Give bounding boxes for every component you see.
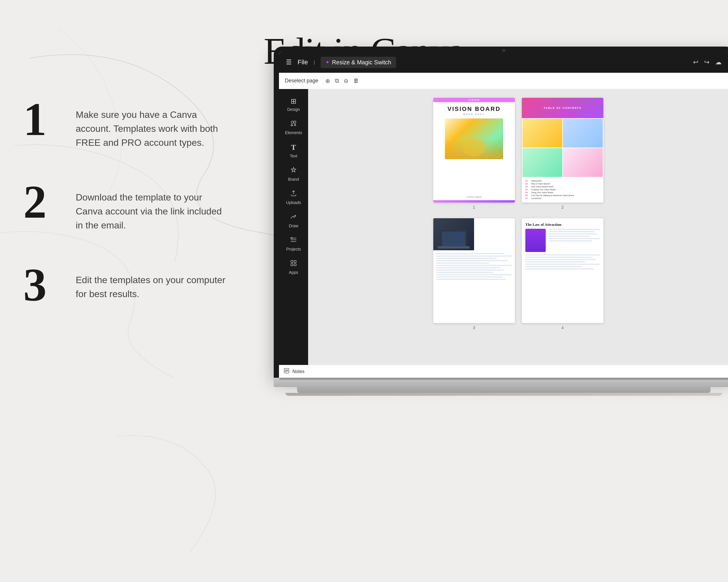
page3-line-10 [436, 274, 512, 275]
sidebar-item-projects[interactable]: Projects [280, 233, 307, 255]
toc-text-7: Conclusion [531, 197, 541, 199]
page3-screen [442, 232, 465, 246]
file-button[interactable]: File [297, 58, 308, 66]
delete-page-icon[interactable]: 🗑 [353, 77, 359, 84]
sidebar-item-apps[interactable]: Apps [280, 256, 307, 278]
page4-line-6 [549, 240, 592, 242]
photo-2 [563, 119, 603, 147]
laptop-foot [285, 393, 722, 396]
sidebar-item-elements-label: Elements [285, 130, 302, 135]
page1-tag: VISION [433, 98, 515, 102]
svg-rect-6 [291, 264, 293, 266]
sidebar-item-apps-label: Apps [289, 270, 298, 275]
deselect-page-button[interactable]: Deselect page [285, 78, 318, 84]
canvas-page-1[interactable]: VISION VISION BOARD MADE EASY [433, 98, 515, 202]
resize-magic-switch-button[interactable]: ✦ Resize & Magic Switch [321, 57, 396, 68]
page3-number: 3 [433, 325, 515, 330]
page4-line-1 [549, 229, 600, 230]
svg-rect-7 [294, 264, 296, 266]
sidebar-item-elements[interactable]: Elements [280, 116, 307, 139]
sidebar-item-brand[interactable]: Brand [280, 163, 307, 185]
toc-item-3: 03 How Vision Boards Work [525, 186, 600, 188]
page1-bottom-bar [433, 200, 515, 202]
steps-container: 1 Make sure you have a Canva account. Te… [23, 96, 227, 337]
page4-person-image [525, 229, 546, 252]
canva-toolbar: ☰ File | ✦ Resize & Magic Switch ↩ ↪ ☁ [279, 52, 728, 73]
page3-image-block [433, 218, 474, 250]
page1-number: 1 [433, 205, 515, 210]
toc-item-5: 05 Using Your Vision Board [525, 192, 600, 194]
toc-text-3: How Vision Boards Work [531, 186, 553, 188]
uploads-icon [290, 190, 297, 198]
page2-photo-grid [522, 118, 603, 177]
page3-line-8 [436, 270, 504, 271]
toc-item-6: 06 Cool Tips for Making an Awesome Visio… [525, 194, 600, 196]
step-1-text: Make sure you have a Canva account. Temp… [70, 96, 227, 149]
notes-icon [284, 368, 289, 375]
toc-text-1: Introduction [531, 180, 542, 182]
toc-text-4: Creating Your Vision Board [531, 189, 555, 191]
svg-rect-2 [294, 121, 296, 123]
canva-notes-bar[interactable]: Notes [279, 365, 728, 378]
svg-rect-5 [294, 260, 296, 262]
sidebar-item-text[interactable]: T Text [280, 140, 307, 162]
elements-icon [290, 120, 297, 129]
cloud-button[interactable]: ☁ [715, 58, 722, 66]
photo-4 [563, 148, 603, 177]
page2-header-text: TABLE OF CONTENTS [544, 107, 581, 109]
laptop-container: ☰ File | ✦ Resize & Magic Switch ↩ ↪ ☁ [274, 47, 728, 396]
laptop-base [274, 378, 728, 387]
hide-page-icon[interactable]: ⊖ [344, 77, 348, 84]
page4-line-12 [525, 266, 581, 267]
page4-line-3 [549, 233, 597, 234]
sidebar-item-text-label: Text [290, 154, 297, 158]
sidebar-item-draw[interactable]: Draw [280, 210, 307, 232]
copy-page-icon[interactable]: ⧉ [335, 77, 339, 84]
page2-number: 2 [522, 205, 603, 210]
brand-icon [290, 166, 297, 175]
canvas-page-wrapper-2: TABLE OF CONTENTS [522, 98, 603, 210]
canvas-page-3[interactable] [433, 218, 515, 323]
canva-subtoolbar: Deselect page ⊕ ⧉ ⊖ 🗑 [279, 73, 728, 89]
page3-line-4 [436, 260, 508, 261]
undo-button[interactable]: ↩ [693, 58, 698, 66]
page3-line-2 [436, 255, 512, 257]
sidebar-item-uploads-label: Uploads [286, 200, 301, 205]
page1-food-shape [462, 139, 486, 156]
sidebar-item-design[interactable]: ⊞ Design [280, 94, 307, 115]
canvas-page-4[interactable]: The Law of Attraction [522, 218, 603, 323]
redo-button[interactable]: ↪ [704, 58, 709, 66]
draw-icon [290, 213, 297, 222]
add-page-icon[interactable]: ⊕ [325, 77, 330, 84]
toc-text-2: Why a Vision Board? [531, 183, 550, 185]
toc-item-4: 04 Creating Your Vision Board [525, 189, 600, 191]
page3-line-6 [436, 265, 512, 266]
page4-line-4 [549, 236, 590, 237]
toc-num-1: 01 [525, 180, 529, 182]
sidebar-item-draw-label: Draw [289, 223, 298, 228]
toolbar-actions: ↩ ↪ ☁ [693, 58, 722, 66]
canva-canvas[interactable]: VISION VISION BOARD MADE EASY [308, 89, 728, 365]
canva-sidebar: ⊞ Design [279, 89, 308, 365]
design-icon: ⊞ [291, 97, 296, 105]
toc-item-2: 02 Why a Vision Board? [525, 183, 600, 185]
sidebar-item-uploads[interactable]: Uploads [280, 186, 307, 209]
page3-laptop-base [438, 246, 470, 249]
hamburger-icon[interactable]: ☰ [286, 58, 292, 66]
page3-content [433, 250, 515, 323]
sidebar-item-design-label: Design [287, 107, 300, 112]
canvas-page-wrapper-3: 3 [433, 218, 515, 330]
toc-item-7: 07 Conclusion [525, 197, 600, 199]
laptop-outer: ☰ File | ✦ Resize & Magic Switch ↩ ↪ ☁ [274, 47, 728, 396]
page3-line-1 [436, 253, 504, 254]
step-2: 2 Download the template to your Canva ac… [23, 179, 227, 232]
canvas-page-2[interactable]: TABLE OF CONTENTS [522, 98, 603, 202]
toc-num-5: 05 [525, 192, 529, 194]
canvas-page-wrapper-1: VISION VISION BOARD MADE EASY [433, 98, 515, 210]
canvas-page-wrapper-4: The Law of Attraction [522, 218, 603, 330]
toc-text-6: Cool Tips for Making an Awesome Vision B… [531, 194, 574, 196]
step-1-number: 1 [23, 96, 70, 143]
page1-image [445, 118, 503, 159]
page3-line-12 [436, 279, 506, 280]
separator: | [314, 60, 315, 64]
